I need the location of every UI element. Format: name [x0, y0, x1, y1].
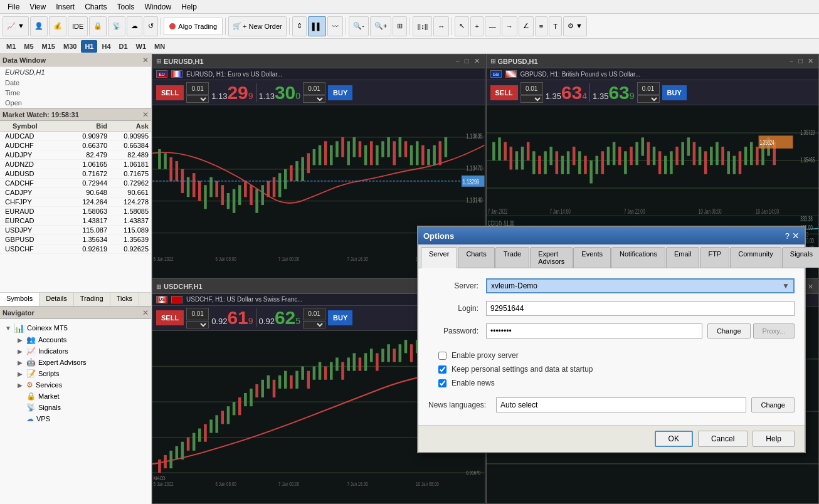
server-dropdown[interactable]: xvleum-Demo ▼ — [486, 278, 795, 293]
cancel-btn[interactable]: Cancel — [698, 431, 748, 447]
keep-settings-row: Keep personal settings and data at start… — [428, 365, 795, 374]
tab-charts[interactable]: Charts — [458, 247, 494, 268]
change-password-btn[interactable]: Change — [707, 323, 751, 339]
news-lang-label: News languages: — [428, 401, 491, 409]
enable-news-label: Enable news — [452, 379, 495, 387]
tab-ftp[interactable]: FTP — [700, 247, 729, 268]
tab-email[interactable]: Email — [666, 247, 700, 268]
dialog-overlay: Options ? ✕ Server Charts Trade Expert A… — [0, 0, 819, 504]
password-row: Password: Change Proxy... — [428, 323, 795, 339]
tab-events[interactable]: Events — [573, 247, 611, 268]
spacer1 — [428, 346, 795, 351]
keep-settings-checkbox[interactable] — [438, 365, 446, 374]
enable-proxy-row: Enable proxy server — [428, 351, 795, 360]
enable-proxy-checkbox[interactable] — [438, 352, 446, 360]
tab-expert-advisors[interactable]: Expert Advisors — [530, 247, 573, 268]
enable-news-checkbox[interactable] — [438, 379, 446, 387]
dropdown-arrow: ▼ — [782, 281, 790, 290]
tab-trade[interactable]: Trade — [495, 247, 529, 268]
spacer2 — [428, 392, 795, 397]
dialog-content: Server: xvleum-Demo ▼ Login: 92951644 Pa… — [418, 268, 805, 425]
news-lang-input[interactable]: Auto select — [496, 397, 746, 412]
dialog-titlebar: Options ? ✕ — [418, 227, 805, 244]
enable-proxy-label: Enable proxy server — [452, 351, 519, 360]
help-btn[interactable]: Help — [753, 431, 795, 447]
tab-notifications[interactable]: Notifications — [611, 247, 665, 268]
news-lang-row: News languages: Auto select Change — [428, 397, 795, 412]
login-row: Login: 92951644 — [428, 301, 795, 316]
password-label: Password: — [428, 327, 478, 335]
ok-btn[interactable]: OK — [655, 431, 693, 447]
dialog-help-icon[interactable]: ? — [785, 231, 790, 241]
tab-signals[interactable]: Signals — [782, 247, 819, 268]
dialog-tabs: Server Charts Trade Expert Advisors Even… — [418, 244, 805, 268]
news-change-btn[interactable]: Change — [751, 397, 795, 412]
options-dialog: Options ? ✕ Server Charts Trade Expert A… — [417, 226, 806, 453]
login-input[interactable]: 92951644 — [486, 301, 795, 316]
password-input[interactable] — [486, 323, 702, 339]
server-row: Server: xvleum-Demo ▼ — [428, 278, 795, 293]
dialog-title: Options — [423, 231, 454, 241]
login-label: Login: — [428, 304, 478, 313]
tab-server[interactable]: Server — [421, 247, 457, 268]
proxy-btn[interactable]: Proxy... — [753, 323, 795, 339]
server-label: Server: — [428, 281, 478, 290]
dialog-close-btn[interactable]: ✕ — [792, 231, 800, 241]
server-value: xvleum-Demo — [491, 281, 782, 290]
enable-news-row: Enable news — [428, 379, 795, 387]
dialog-footer: OK Cancel Help — [418, 425, 805, 452]
tab-community[interactable]: Community — [730, 247, 781, 268]
keep-settings-label: Keep personal settings and data at start… — [452, 365, 593, 374]
